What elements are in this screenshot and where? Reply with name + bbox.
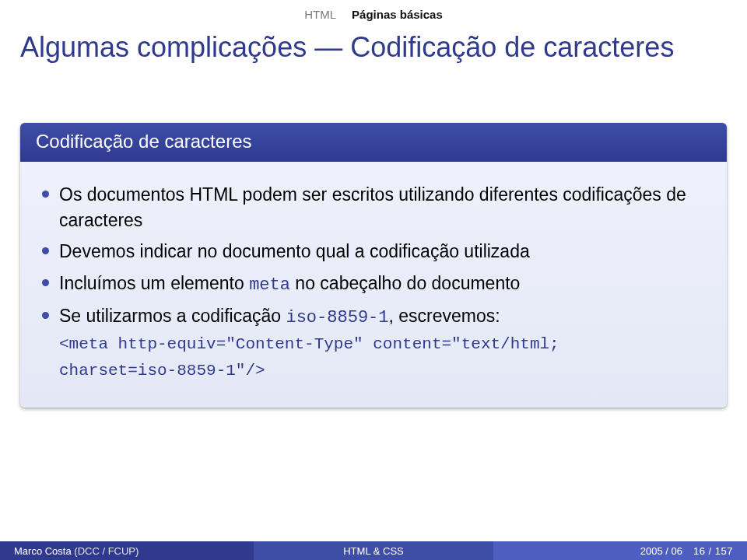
footer: Marco Costa (DCC / FCUP) HTML & CSS 2005… — [0, 541, 747, 560]
code-line: charset=iso-8859-1"/> — [59, 359, 265, 383]
slide-title: Algumas complicações — Codificação de ca… — [20, 31, 674, 64]
inline-code: meta — [249, 275, 290, 295]
breadcrumb-subsection: Páginas básicas — [352, 8, 443, 21]
item-text: no cabeçalho do documento — [290, 273, 520, 293]
list-item: Se utilizarmos a codificação iso-8859-1,… — [39, 303, 708, 383]
footer-left: Marco Costa (DCC / FCUP) — [0, 541, 254, 560]
code-line: <meta http-equiv="Content-Type" content=… — [59, 333, 559, 356]
item-text: Se utilizarmos a codificação — [59, 306, 286, 326]
footer-pages: 16 / 157 — [693, 545, 733, 557]
footer-title: HTML & CSS — [343, 545, 404, 557]
block-header: Codificação de caracteres — [20, 123, 727, 162]
content-block: Codificação de caracteres Os documentos … — [20, 123, 727, 408]
breadcrumb-section: HTML — [304, 8, 336, 21]
footer-date: 2005 / 06 — [640, 545, 682, 557]
footer-institution: (DCC / FCUP) — [74, 545, 139, 557]
list-item: Incluímos um elemento meta no cabeçalho … — [39, 271, 708, 297]
breadcrumb: HTML Páginas básicas — [0, 8, 747, 21]
footer-right: 2005 / 06 16 / 157 — [493, 541, 747, 560]
inline-code: iso-8859-1 — [286, 308, 388, 327]
block-body: Os documentos HTML podem ser escritos ut… — [20, 162, 727, 408]
footer-author: Marco Costa — [14, 545, 72, 557]
list-item: Os documentos HTML podem ser escritos ut… — [39, 182, 708, 233]
item-text: Incluímos um elemento — [59, 273, 249, 293]
footer-center: HTML & CSS — [254, 541, 493, 560]
list-item: Devemos indicar no documento qual a codi… — [39, 239, 708, 264]
item-text: , escrevemos: — [389, 306, 500, 326]
